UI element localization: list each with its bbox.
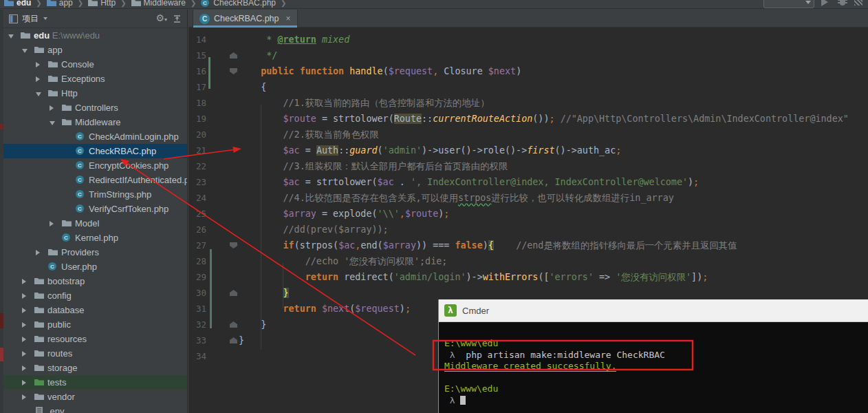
tree-item-controllers[interactable]: Controllers [3, 100, 187, 115]
class-icon: C [62, 233, 72, 242]
tree-item-vendor[interactable]: vendor [3, 390, 187, 404]
tab-close-icon[interactable]: × [286, 14, 291, 23]
tree-item-label: edu E:\www\edu [34, 30, 100, 41]
code-token: , [400, 209, 405, 219]
expand-arrow-open[interactable] [8, 34, 14, 39]
code-line-32: } [239, 317, 266, 332]
expand-arrow-open[interactable] [36, 92, 41, 96]
tree-item-middleware[interactable]: Middleware [3, 115, 187, 129]
line-number: 32 [188, 317, 206, 332]
expand-arrow-closed[interactable] [36, 250, 40, 255]
expand-arrow-closed[interactable] [22, 351, 26, 357]
code-token: Route [394, 114, 422, 124]
breadcrumb-item-edu[interactable]: edu [4, 0, 31, 8]
coverage-icon[interactable] [854, 0, 864, 7]
fold-marker-up[interactable] [230, 321, 237, 328]
tree-item-checkrbac-php[interactable]: CCheckRBAC.php [3, 144, 187, 158]
code-token: } [283, 288, 289, 298]
line-number: 19 [188, 111, 206, 127]
php-class-icon: C [76, 132, 85, 140]
folder-icon [34, 349, 44, 357]
expand-arrow-closed[interactable] [22, 279, 26, 284]
breadcrumb-item-checkrbac-php[interactable]: CCheckRBAC.php [201, 0, 276, 8]
tree-item-edu[interactable]: edu E:\www\edu [3, 28, 187, 43]
tree-item-http[interactable]: Http [3, 86, 187, 100]
code-token: $ac [283, 145, 300, 156]
expand-arrow-closed[interactable] [22, 322, 26, 328]
tree-item-providers[interactable]: Providers [3, 245, 187, 260]
folder-icon [48, 60, 58, 68]
tree-item-console[interactable]: Console [3, 57, 187, 72]
tree-item--env[interactable]: .env [3, 404, 187, 413]
code-token: ; [405, 304, 411, 314]
tree-item-tests[interactable]: tests [3, 375, 187, 390]
expand-arrow-closed[interactable] [22, 308, 26, 313]
tree-item-verifycsrftoken-php[interactable]: CVerifyCsrfToken.php [3, 202, 187, 216]
expand-arrow-closed[interactable] [22, 337, 26, 342]
fold-marker-up[interactable] [230, 290, 237, 296]
breadcrumb-item-http[interactable]: Http [88, 0, 116, 8]
expand-arrow-closed[interactable] [50, 221, 54, 226]
expand-arrow-open[interactable] [22, 49, 28, 53]
breadcrumb-separator: ❯ [78, 0, 83, 7]
tree-item-model[interactable]: Model [3, 216, 187, 231]
tree-item-user-php[interactable]: CUser.php [3, 260, 187, 274]
tree-item-public[interactable]: public [3, 317, 187, 332]
run-icon[interactable] [821, 0, 831, 7]
line-number: 34 [188, 348, 206, 364]
env-icon [34, 407, 44, 413]
tree-item-label: routes [47, 348, 72, 359]
folder-icon [34, 291, 44, 299]
code-token [494, 240, 516, 251]
tree-item-database[interactable]: database [3, 303, 187, 317]
code-token: ; [702, 272, 708, 282]
tree-item-bootstrap[interactable]: bootstrap [3, 274, 187, 288]
tree-item-app[interactable]: app [3, 43, 187, 57]
php-class-icon: C [76, 161, 85, 169]
project-panel-title[interactable]: 项目 [22, 13, 39, 25]
tree-item-encryptcookies-php[interactable]: CEncryptCookies.php [3, 158, 187, 173]
expand-arrow-open[interactable] [50, 121, 55, 125]
fold-marker-down[interactable] [230, 242, 237, 248]
fold-marker-up[interactable] [230, 52, 237, 59]
tree-item-label: User.php [61, 262, 97, 272]
terminal-output[interactable]: E:\www\edu λ php artisan make:middleware… [439, 322, 868, 413]
tree-item-config[interactable]: config [3, 288, 187, 303]
expand-arrow-closed[interactable] [36, 76, 40, 82]
tree-item-routes[interactable]: routes [3, 346, 187, 361]
tree-item-exceptions[interactable]: Exceptions [3, 72, 187, 86]
tree-item-checkadminlogin-php[interactable]: CCheckAdminLogin.php [3, 129, 187, 144]
cmder-title-bar[interactable]: λ Cmder [439, 299, 868, 322]
expand-arrow-closed[interactable] [22, 293, 26, 299]
breadcrumb-item-app[interactable]: app [47, 0, 73, 8]
svg-text:C: C [78, 162, 82, 169]
fold-marker-up[interactable] [230, 337, 237, 343]
debug-icon[interactable] [838, 0, 847, 7]
tab-checkrbac[interactable]: C CheckRBAC.php × [193, 10, 298, 28]
collapse-all-icon[interactable] [173, 14, 182, 23]
expand-arrow-closed[interactable] [22, 366, 26, 371]
code-line-16: public function handle($request, Closure… [239, 63, 521, 79]
breadcrumb-item-middleware[interactable]: Middleware [131, 0, 186, 8]
tree-item-label: .env [47, 406, 65, 413]
expand-arrow-closed[interactable] [22, 380, 26, 385]
tree-item-redirectifauthenticated-php[interactable]: CRedirectIfAuthenticated.php [3, 173, 187, 187]
php-class-icon: C [201, 0, 210, 7]
fold-marker-down[interactable] [230, 68, 237, 74]
code-token: //1.获取当前的路由（包含控制器和方法的地址） [283, 98, 490, 108]
line-number: 30 [188, 285, 206, 301]
folder-icon [34, 291, 44, 299]
code-token: //"App\Http\Controllers\Admin\IndexContr… [561, 114, 849, 124]
run-configuration-dropdown[interactable] [763, 0, 814, 8]
expand-arrow-closed[interactable] [36, 62, 40, 67]
chevron-down-icon[interactable] [43, 17, 47, 20]
tree-item-resources[interactable]: resources [3, 332, 187, 346]
gear-icon[interactable]: ⚙▾ [155, 13, 167, 25]
expand-arrow-closed[interactable] [50, 105, 54, 111]
tree-item-trimstrings-php[interactable]: CTrimStrings.php [3, 187, 187, 202]
tree-item-kernel-php[interactable]: CKernel.php [3, 231, 187, 245]
breadcrumb-label: CheckRBAC.php [213, 0, 276, 8]
expand-arrow-closed[interactable] [22, 394, 26, 400]
tree-item-storage[interactable]: storage [3, 361, 187, 375]
line-number: 29 [188, 269, 206, 285]
